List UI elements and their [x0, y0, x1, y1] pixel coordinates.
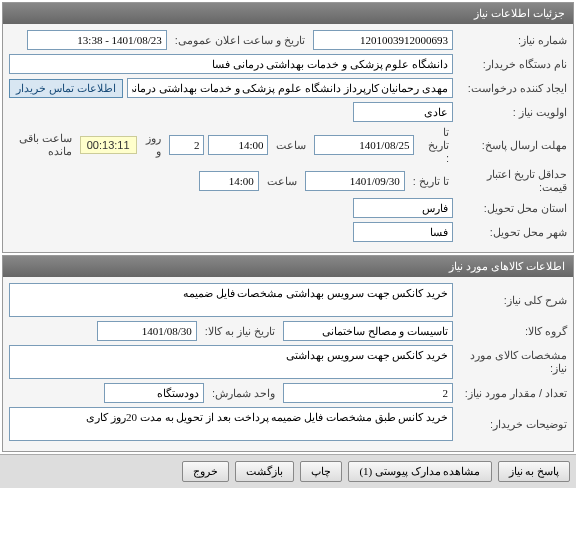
row-desc: شرح کلی نیاز:	[9, 283, 567, 317]
qty-label: تعداد / مقدار مورد نیاز:	[457, 387, 567, 400]
announce-label: تاریخ و ساعت اعلان عمومی:	[171, 34, 309, 47]
price-date-field[interactable]	[305, 171, 405, 191]
reply-button[interactable]: پاسخ به نیاز	[498, 461, 571, 482]
group-field[interactable]	[283, 321, 453, 341]
remain-days-field[interactable]	[169, 135, 204, 155]
creator-field[interactable]	[127, 78, 454, 98]
unit-label: واحد شمارش:	[208, 387, 279, 400]
spec-field[interactable]	[9, 345, 453, 379]
desc-label: شرح کلی نیاز:	[457, 294, 567, 307]
row-buyer: نام دستگاه خریدار:	[9, 54, 567, 74]
attachments-button[interactable]: مشاهده مدارک پیوستی (1)	[348, 461, 491, 482]
footer-toolbar: پاسخ به نیاز مشاهده مدارک پیوستی (1) چاپ…	[0, 454, 576, 488]
announce-field[interactable]	[27, 30, 167, 50]
row-province: استان محل تحویل:	[9, 198, 567, 218]
row-group: گروه کالا: تاریخ نیاز به کالا:	[9, 321, 567, 341]
group-label: گروه کالا:	[457, 325, 567, 338]
row-buyer-note: توضیحات خریدار:	[9, 407, 567, 441]
spec-label: مشخصات کالای مورد نیاز:	[457, 349, 567, 375]
buyer-note-label: توضیحات خریدار:	[457, 418, 567, 431]
time-label-2: ساعت	[263, 175, 301, 188]
goods-info-panel: اطلاعات کالاهای مورد نیاز شرح کلی نیاز: …	[2, 255, 574, 452]
countdown-timer: 00:13:11	[80, 136, 137, 154]
back-button[interactable]: بازگشت	[235, 461, 294, 482]
city-label: شهر محل تحویل:	[457, 226, 567, 239]
panel2-body: شرح کلی نیاز: گروه کالا: تاریخ نیاز به ک…	[3, 277, 573, 451]
row-city: شهر محل تحویل:	[9, 222, 567, 242]
row-niaz-no: شماره نیاز: تاریخ و ساعت اعلان عمومی:	[9, 30, 567, 50]
row-priority: اولویت نیاز :	[9, 102, 567, 122]
until-label-1: تا تاریخ :	[418, 126, 453, 164]
reply-date-field[interactable]	[314, 135, 414, 155]
unit-field[interactable]	[104, 383, 204, 403]
price-validity-label: حداقل تاریخ اعتبار قیمت:	[457, 168, 567, 194]
panel2-title: اطلاعات کالاهای مورد نیاز	[3, 256, 573, 277]
exit-button[interactable]: خروج	[182, 461, 229, 482]
need-date-label: تاریخ نیاز به کالا:	[201, 325, 279, 338]
need-details-panel: جزئیات اطلاعات نیاز شماره نیاز: تاریخ و …	[2, 2, 574, 253]
until-label-2: تا تاریخ :	[409, 175, 453, 188]
row-creator: ایجاد کننده درخواست: اطلاعات تماس خریدار	[9, 78, 567, 98]
reply-deadline-label: مهلت ارسال پاسخ:	[457, 139, 567, 152]
buyer-field[interactable]	[9, 54, 453, 74]
qty-field[interactable]	[283, 383, 453, 403]
days-and-label: روز و	[141, 132, 166, 158]
buyer-note-field[interactable]	[9, 407, 453, 441]
province-field[interactable]	[353, 198, 453, 218]
niaz-no-label: شماره نیاز:	[457, 34, 567, 47]
contact-buyer-button[interactable]: اطلاعات تماس خریدار	[9, 79, 123, 98]
row-price-validity: حداقل تاریخ اعتبار قیمت: تا تاریخ : ساعت	[9, 168, 567, 194]
panel1-body: شماره نیاز: تاریخ و ساعت اعلان عمومی: نا…	[3, 24, 573, 252]
priority-label: اولویت نیاز :	[457, 106, 567, 119]
buyer-label: نام دستگاه خریدار:	[457, 58, 567, 71]
niaz-no-field[interactable]	[313, 30, 453, 50]
print-button[interactable]: چاپ	[300, 461, 342, 482]
row-qty: تعداد / مقدار مورد نیاز: واحد شمارش:	[9, 383, 567, 403]
remain-label: ساعت باقی مانده	[9, 132, 76, 158]
creator-label: ایجاد کننده درخواست:	[457, 82, 567, 95]
need-date-field[interactable]	[97, 321, 197, 341]
time-label-1: ساعت	[272, 139, 310, 152]
panel1-title: جزئیات اطلاعات نیاز	[3, 3, 573, 24]
row-spec: مشخصات کالای مورد نیاز:	[9, 345, 567, 379]
city-field[interactable]	[353, 222, 453, 242]
province-label: استان محل تحویل:	[457, 202, 567, 215]
row-reply-deadline: مهلت ارسال پاسخ: تا تاریخ : ساعت روز و 0…	[9, 126, 567, 164]
desc-field[interactable]	[9, 283, 453, 317]
priority-field[interactable]	[353, 102, 453, 122]
reply-time-field[interactable]	[208, 135, 268, 155]
price-time-field[interactable]	[199, 171, 259, 191]
